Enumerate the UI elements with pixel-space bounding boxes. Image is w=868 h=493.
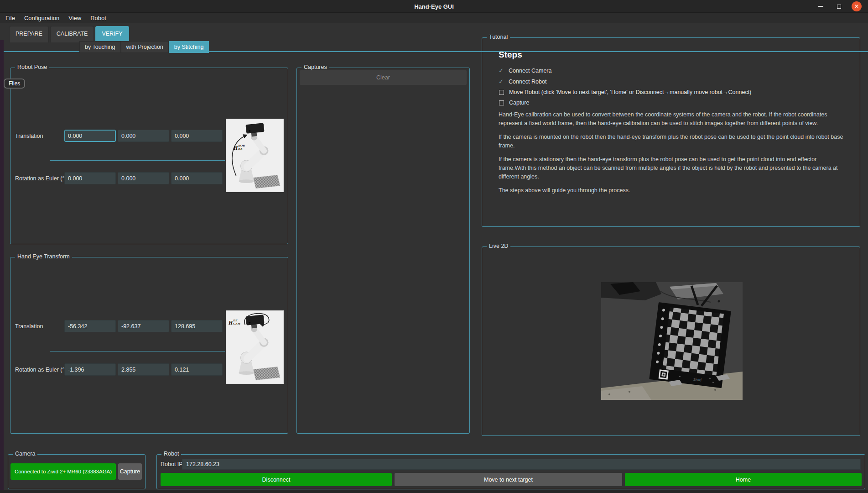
menu-robot[interactable]: Robot [86,13,111,23]
hand-eye-rotation-x[interactable] [64,363,116,376]
window-title: Hand-Eye GUI [414,3,454,10]
transform-label-rob-ee: HROBEE [234,145,245,152]
disconnect-button[interactable]: Disconnect [161,473,392,486]
rotation-label: Rotation as Euler (°) [15,367,67,373]
subtab-with-projection[interactable]: with Projection [121,41,169,53]
robot-pose-rotation-x[interactable] [64,172,116,184]
tab-verify[interactable]: VERIFY [95,26,129,42]
unchecked-checkbox-icon [499,90,504,95]
main-tabs: PREPARE CALIBRATE VERIFY [9,26,129,42]
close-icon: ✕ [854,3,859,10]
menu-file[interactable]: File [1,13,20,23]
divider [50,351,225,351]
step-connect-camera: ✓ Connect Camera [499,67,845,74]
tutorial-paragraph: If the camera is mounted on the robot th… [499,133,845,151]
minimize-button[interactable] [815,1,826,12]
robot-pose-diagram: HROBEE [226,119,284,192]
robot-arm-illustration [226,119,283,192]
minimize-icon [818,6,823,7]
menu-configuration[interactable]: Configuration [20,13,64,23]
subtab-by-stitching[interactable]: by Stitching [169,41,209,53]
captures-title: Captures [301,64,329,70]
hand-eye-title: Hand Eye Transform [15,253,72,260]
robot-pose-translation-x[interactable] [64,130,116,142]
steps-heading: Steps [499,50,845,60]
robot-title: Robot [161,451,181,457]
robot-pose-rotation-z[interactable] [171,172,223,184]
window-controls: ✕ [815,0,862,13]
menubar: File Configuration View Robot [0,13,868,23]
desktop-edge-left [0,40,4,493]
live-2d-image: zivid [601,282,743,400]
translation-label: Translation [15,323,43,330]
step-capture: Capture [499,100,845,106]
robot-pose-translation-y[interactable] [118,130,169,142]
hand-eye-rotation-z[interactable] [171,363,223,376]
robot-pose-title: Robot Pose [15,64,49,70]
move-to-next-target-button[interactable]: Move to next target [395,473,622,486]
tutorial-content: Steps ✓ Connect Camera ✓ Connect Robot M… [499,50,845,195]
hand-eye-translation-x[interactable] [64,320,116,332]
hand-eye-translation-y[interactable] [118,320,169,332]
hand-eye-diagram: HEECAM [226,310,284,384]
capture-button[interactable]: Capture [118,463,142,480]
robot-pose-rotation-y[interactable] [118,172,169,184]
camera-title: Camera [13,451,37,457]
tab-calibrate[interactable]: CALIBRATE [50,26,94,42]
tutorial-paragraph: If the camera is stationary then the han… [499,155,845,182]
translation-label: Translation [15,133,43,139]
step-move-robot: Move Robot (click 'Move to next target',… [499,89,845,95]
robot-pose-translation-z[interactable] [171,130,223,142]
check-icon: ✓ [499,67,509,74]
robot-ip-label: Robot IP [161,461,183,467]
close-button[interactable]: ✕ [852,1,862,11]
check-icon: ✓ [499,78,509,85]
tab-prepare[interactable]: PREPARE [9,26,49,42]
menu-view[interactable]: View [64,13,86,23]
unchecked-checkbox-icon [499,100,504,105]
step-connect-robot: ✓ Connect Robot [499,78,845,85]
hand-eye-rotation-y[interactable] [118,363,169,376]
desktop-edge-bottom [0,490,868,493]
transform-label-ee-cam: HEECAM [229,320,240,326]
tutorial-group: Tutorial Steps ✓ Connect Camera ✓ Connec… [482,37,860,227]
verify-subtabs: by Touching with Projection by Stitching [79,41,209,53]
robot-ip-input[interactable] [182,459,861,470]
tutorial-title: Tutorial [487,34,510,40]
live-2d-title: Live 2D [487,243,510,249]
robot-pose-group: Robot Pose Translation Rotation as Euler… [10,68,288,244]
clear-button[interactable]: Clear [300,70,467,85]
camera-group: Camera Connected to Zivid 2+ MR60 (23383… [8,454,146,489]
captures-group: Captures Clear [296,68,470,434]
restore-icon [837,5,841,9]
hand-eye-translation-z[interactable] [171,320,223,332]
robot-group: Robot Robot IP Disconnect Move to next t… [156,454,865,489]
restore-button[interactable] [833,1,844,12]
live-2d-group: Live 2D [482,246,860,436]
tutorial-paragraph: Hand-Eye calibration can be used to conv… [499,110,845,128]
tutorial-paragraph: The steps above will guide you through t… [499,186,845,195]
home-button[interactable]: Home [625,473,862,486]
subtab-by-touching[interactable]: by Touching [79,41,121,53]
rotation-label: Rotation as Euler (°) [15,175,67,182]
divider [50,160,225,161]
hand-eye-transform-group: Hand Eye Transform Translation Rotation … [10,257,288,434]
camera-status-button[interactable]: Connected to Zivid 2+ MR60 (23383AGA) [10,463,116,480]
titlebar: Hand-Eye GUI ✕ [0,0,868,13]
files-button[interactable]: Files [4,79,25,89]
